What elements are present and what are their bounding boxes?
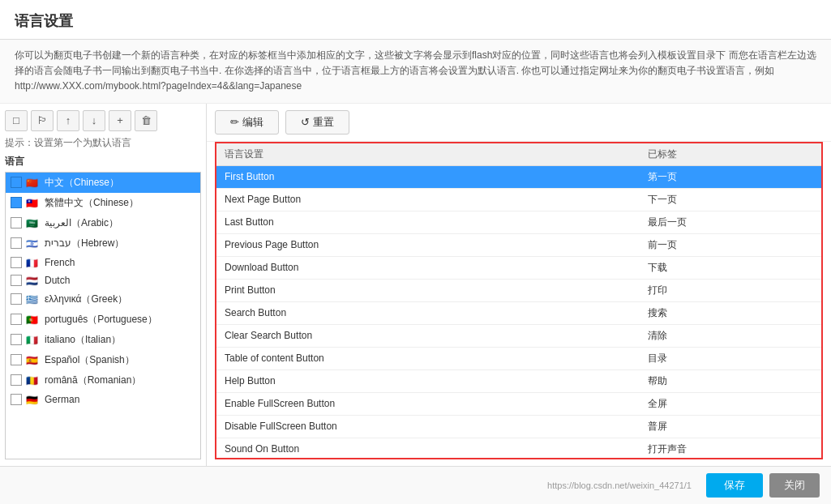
- setting-value: 前一页: [640, 233, 821, 256]
- lang-name: Español（Spanish）: [45, 353, 135, 367]
- col-header-settings: 语言设置: [216, 143, 640, 166]
- flag-icon: 🇹🇼: [26, 198, 41, 207]
- table-row[interactable]: Disable FullScreen Button普屏: [216, 415, 821, 438]
- flag-icon: 🇨🇳: [26, 177, 41, 187]
- table-area: 语言设置 已标签 First Button第一页Next Page Button…: [215, 142, 823, 459]
- table-row[interactable]: Search Button搜索: [216, 301, 821, 324]
- left-panel: □ 🏳 ↑ ↓ + 🗑 提示：设置第一个为默认语言 语言 🇨🇳中文（Chines…: [0, 104, 207, 466]
- table-row[interactable]: Clear Search Button清除: [216, 324, 821, 347]
- lang-item[interactable]: 🇸🇦العربية（Arabic）: [6, 213, 200, 233]
- table-row[interactable]: Last Button最后一页: [216, 211, 821, 233]
- lang-checkbox[interactable]: [11, 293, 22, 305]
- lang-item[interactable]: 🇵🇹português（Portuguese）: [6, 310, 200, 330]
- lang-name: 繁體中文（Chinese）: [45, 196, 139, 210]
- lang-item[interactable]: 🇨🇳中文（Chinese）: [6, 173, 200, 193]
- lang-item[interactable]: 🇩🇪German: [6, 391, 200, 408]
- left-toolbar: □ 🏳 ↑ ↓ + 🗑: [5, 110, 201, 131]
- flag-icon: 🇮🇱: [26, 238, 41, 248]
- table-row[interactable]: Table of content Button目录: [216, 347, 821, 369]
- lang-item[interactable]: 🇷🇴română（Romanian）: [6, 370, 200, 391]
- setting-value: 目录: [640, 347, 821, 369]
- table-row[interactable]: Previous Page Button前一页: [216, 233, 821, 256]
- setting-value: 搜索: [640, 301, 821, 324]
- setting-value: 下一页: [640, 188, 821, 211]
- add-lang-icon-btn[interactable]: □: [5, 110, 28, 131]
- flag-icon: 🇬🇷: [26, 294, 41, 304]
- setting-key: Previous Page Button: [216, 233, 640, 256]
- reset-label: 重置: [313, 115, 334, 130]
- lang-name: română（Romanian）: [45, 374, 141, 387]
- setting-key: Download Button: [216, 256, 640, 279]
- setting-key: Sound On Button: [216, 438, 640, 459]
- lang-checkbox[interactable]: [11, 237, 22, 249]
- edit-label: 编辑: [242, 115, 263, 130]
- close-button[interactable]: 关闭: [769, 473, 820, 498]
- setting-key: Print Button: [216, 279, 640, 301]
- dialog: 语言设置 你可以为翻页电子书创建一个新的语言种类，在对应的标签框当中添加相应的文…: [0, 0, 831, 504]
- table-row[interactable]: Next Page Button下一页: [216, 188, 821, 211]
- table-row[interactable]: Download Button下载: [216, 256, 821, 279]
- right-toolbar: ✏ 编辑 ↺ 重置: [207, 104, 831, 142]
- lang-checkbox[interactable]: [11, 374, 22, 386]
- setting-key: First Button: [216, 165, 640, 188]
- flag-icon: 🇵🇹: [26, 314, 41, 324]
- footer: https://blog.csdn.net/weixin_44271/1 保存 …: [0, 466, 831, 504]
- lang-name: العربية（Arabic）: [45, 216, 118, 230]
- lang-checkbox[interactable]: [11, 334, 22, 345]
- setting-key: Clear Search Button: [216, 324, 640, 347]
- table-row[interactable]: Enable FullScreen Button全屏: [216, 392, 821, 415]
- setting-key: Next Page Button: [216, 188, 640, 211]
- lang-checkbox[interactable]: [11, 197, 22, 208]
- flag-icon: 🇮🇹: [26, 335, 41, 344]
- lang-checkbox[interactable]: [11, 275, 22, 286]
- setting-value: 最后一页: [640, 211, 821, 233]
- setting-value: 下载: [640, 256, 821, 279]
- lang-item[interactable]: 🇳🇱Dutch: [6, 271, 200, 289]
- flag-icon: 🇪🇸: [26, 355, 41, 365]
- lang-item[interactable]: 🇮🇹italiano（Italian）: [6, 330, 200, 350]
- add-item-btn[interactable]: +: [109, 110, 131, 131]
- setting-key: Last Button: [216, 211, 640, 233]
- lang-name: German: [45, 394, 79, 405]
- move-up-btn[interactable]: ↑: [57, 110, 79, 131]
- lang-name: French: [45, 257, 75, 268]
- setting-key: Help Button: [216, 369, 640, 392]
- footer-url: https://blog.csdn.net/weixin_44271/1: [11, 481, 692, 490]
- setting-value: 全屏: [640, 392, 821, 415]
- language-list[interactable]: 🇨🇳中文（Chinese）🇹🇼繁體中文（Chinese）🇸🇦العربية（Ar…: [5, 172, 201, 459]
- right-panel: ✏ 编辑 ↺ 重置 语言设置 已标签 First Button第一页: [207, 104, 831, 466]
- flag-btn[interactable]: 🏳: [31, 110, 54, 131]
- delete-btn[interactable]: 🗑: [135, 110, 157, 131]
- lang-name: Dutch: [45, 275, 70, 286]
- lang-checkbox[interactable]: [11, 354, 22, 365]
- save-button[interactable]: 保存: [706, 473, 763, 498]
- lang-item[interactable]: 🇪🇸Español（Spanish）: [6, 350, 200, 370]
- lang-item[interactable]: 🇫🇷French: [6, 254, 200, 271]
- setting-key: Table of content Button: [216, 347, 640, 369]
- table-row[interactable]: Print Button打印: [216, 279, 821, 301]
- table-row[interactable]: First Button第一页: [216, 165, 821, 188]
- lang-checkbox[interactable]: [11, 177, 22, 188]
- main-area: □ 🏳 ↑ ↓ + 🗑 提示：设置第一个为默认语言 语言 🇨🇳中文（Chines…: [0, 104, 831, 466]
- setting-key: Search Button: [216, 301, 640, 324]
- hint-text: 提示：设置第一个为默认语言: [5, 136, 201, 150]
- dialog-title: 语言设置: [0, 0, 831, 40]
- lang-checkbox[interactable]: [11, 314, 22, 325]
- lang-checkbox[interactable]: [11, 394, 22, 405]
- table-row[interactable]: Help Button帮助: [216, 369, 821, 392]
- lang-name: português（Portuguese）: [45, 313, 157, 327]
- lang-checkbox[interactable]: [11, 217, 22, 229]
- lang-item[interactable]: 🇹🇼繁體中文（Chinese）: [6, 193, 200, 213]
- reset-icon: ↺: [301, 116, 310, 128]
- lang-item[interactable]: 🇮🇱עברית（Hebrew）: [6, 233, 200, 254]
- setting-value: 帮助: [640, 369, 821, 392]
- lang-item[interactable]: 🇬🇷ελληνικά（Greek）: [6, 289, 200, 310]
- reset-button[interactable]: ↺ 重置: [285, 110, 349, 135]
- setting-value: 清除: [640, 324, 821, 347]
- lang-label: 语言: [5, 155, 201, 169]
- setting-value: 普屏: [640, 415, 821, 438]
- move-down-btn[interactable]: ↓: [83, 110, 105, 131]
- edit-button[interactable]: ✏ 编辑: [215, 110, 279, 135]
- table-row[interactable]: Sound On Button打开声音: [216, 438, 821, 459]
- lang-checkbox[interactable]: [11, 257, 22, 268]
